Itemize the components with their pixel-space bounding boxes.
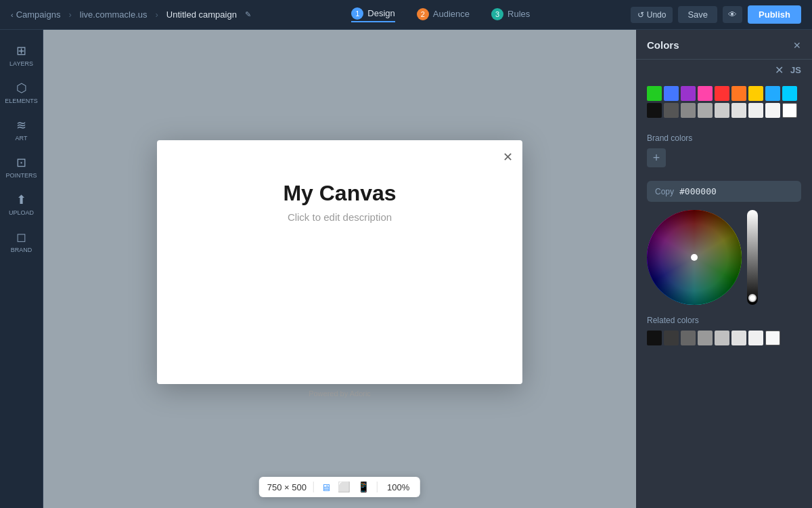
powered-by-label: Powered by Adoric	[309, 389, 371, 398]
modal-close-button[interactable]: ✕	[503, 150, 513, 165]
swatch-yellow[interactable]	[748, 86, 763, 101]
canvas-description[interactable]: Click to edit description	[288, 211, 392, 223]
save-button[interactable]: Save	[678, 6, 717, 23]
nav-actions: ↺ Undo Save 👁 Publish	[631, 5, 801, 24]
layers-label: LAYERS	[9, 60, 33, 67]
brand-colors-section: Brand colors +	[636, 128, 812, 175]
sidebar-item-layers[interactable]: ⊞ LAYERS	[3, 38, 41, 72]
canvas-area: ✕ My Canvas Click to edit description Po…	[43, 30, 636, 508]
campaigns-link[interactable]: Campaigns	[16, 9, 61, 20]
bottom-bar: 750 × 500 🖥 ⬜ 📱 100%	[259, 477, 420, 497]
color-wheel[interactable]	[647, 210, 742, 305]
swatch-medgray[interactable]	[698, 103, 713, 118]
preview-button[interactable]: 👁	[723, 6, 742, 23]
nav-separator-1: ›	[68, 9, 71, 20]
sidebar-item-art[interactable]: ≋ ART	[3, 112, 41, 147]
canvas-title[interactable]: My Canvas	[283, 181, 396, 206]
desktop-device-icon[interactable]: 🖥	[321, 482, 331, 493]
panel-title: Colors	[647, 39, 679, 51]
nav-separator-2: ›	[155, 9, 158, 20]
sidebar-item-brand[interactable]: ◻ BRAND	[3, 224, 41, 259]
js-icon-button[interactable]: JS	[790, 64, 801, 77]
art-label: ART	[16, 135, 28, 142]
related-swatch-1[interactable]	[647, 331, 662, 345]
color-picker-section: Copy	[636, 175, 812, 310]
swatch-pink[interactable]	[698, 86, 713, 101]
divider-2	[377, 482, 378, 492]
swatch-darkgray[interactable]	[664, 103, 679, 118]
step-design[interactable]: 1 Design	[351, 7, 394, 22]
upload-icon: ⬆	[16, 192, 26, 207]
tablet-device-icon[interactable]: ⬜	[338, 481, 351, 493]
divider-1	[313, 482, 314, 492]
step-rules[interactable]: 3 Rules	[491, 8, 530, 22]
color-input-row: Copy	[647, 181, 801, 202]
palette-row-1	[647, 86, 801, 101]
related-swatch-8[interactable]	[765, 331, 780, 345]
back-to-campaigns[interactable]: ‹ Campaigns	[11, 9, 60, 20]
add-brand-color-button[interactable]: +	[647, 148, 666, 167]
related-swatch-2[interactable]	[664, 331, 679, 345]
step-audience[interactable]: 2 Audience	[417, 8, 470, 22]
x-icon-button[interactable]: ✕	[775, 64, 784, 77]
swatch-purple[interactable]	[681, 86, 696, 101]
swatch-lightgray[interactable]	[715, 103, 729, 118]
step1-label: Design	[367, 8, 394, 18]
brand-label: BRAND	[11, 247, 32, 253]
step3-label: Rules	[508, 9, 530, 19]
swatch-nearwhite[interactable]	[765, 103, 780, 118]
undo-button[interactable]: ↺ Undo	[631, 7, 673, 23]
swatch-lightblue[interactable]	[765, 86, 780, 101]
modal-wrapper: ✕ My Canvas Click to edit description Po…	[157, 140, 522, 398]
related-swatch-7[interactable]	[748, 331, 763, 345]
upload-label: UPLOAD	[9, 209, 34, 216]
nav-steps: 1 Design 2 Audience 3 Rules	[256, 7, 625, 22]
related-swatch-3[interactable]	[681, 331, 696, 345]
top-navigation: ‹ Campaigns › live.commacle.us › Untitle…	[0, 0, 812, 30]
step1-num: 1	[351, 7, 363, 20]
pointers-icon: ⊡	[16, 155, 26, 170]
panel-header: Colors ✕	[636, 30, 812, 60]
swatch-offwhite1[interactable]	[731, 103, 746, 118]
swatch-blue[interactable]	[664, 86, 679, 101]
panel-close-button[interactable]: ✕	[793, 40, 801, 51]
campaign-name[interactable]: Untitled campaign	[166, 9, 237, 20]
domain-breadcrumb[interactable]: live.commacle.us	[80, 9, 148, 20]
related-swatch-6[interactable]	[731, 331, 746, 345]
main-layout: ⊞ LAYERS ⬡ ELEMENTS ≋ ART ⊡ POINTERS ⬆ U…	[0, 30, 812, 508]
related-colors-section: Related colors	[636, 310, 812, 356]
color-wheel-cursor	[691, 254, 698, 261]
zoom-level: 100%	[384, 482, 412, 492]
swatch-cyan[interactable]	[782, 86, 797, 101]
canvas-modal: ✕ My Canvas Click to edit description	[157, 140, 522, 384]
swatch-orange[interactable]	[731, 86, 746, 101]
step2-num: 2	[417, 8, 429, 20]
step2-label: Audience	[433, 9, 470, 19]
related-colors-label: Related colors	[647, 316, 801, 325]
canvas-dimensions: 750 × 500	[267, 482, 307, 492]
sidebar-item-pointers[interactable]: ⊡ POINTERS	[3, 150, 41, 184]
related-swatch-4[interactable]	[698, 331, 713, 345]
elements-label: ELEMENTS	[5, 98, 38, 104]
layers-icon: ⊞	[16, 43, 26, 58]
sidebar-item-upload[interactable]: ⬆ UPLOAD	[3, 187, 41, 221]
brightness-slider[interactable]	[747, 210, 758, 305]
related-colors-row	[647, 331, 801, 345]
swatch-black[interactable]	[647, 103, 662, 118]
hex-input[interactable]	[679, 186, 794, 196]
edit-campaign-icon[interactable]: ✎	[245, 10, 251, 19]
swatch-gray[interactable]	[681, 103, 696, 118]
brand-icon: ◻	[16, 230, 26, 245]
undo-icon: ↺	[637, 10, 644, 20]
mobile-device-icon[interactable]: 📱	[357, 481, 370, 493]
swatch-offwhite2[interactable]	[748, 103, 763, 118]
sidebar-item-elements[interactable]: ⬡ ELEMENTS	[3, 75, 41, 110]
copy-hex-button[interactable]: Copy	[655, 187, 674, 196]
canvas-body	[184, 223, 495, 357]
pointers-label: POINTERS	[5, 172, 37, 179]
swatch-green[interactable]	[647, 86, 662, 101]
swatch-white[interactable]	[782, 103, 797, 118]
related-swatch-5[interactable]	[715, 331, 729, 345]
publish-button[interactable]: Publish	[748, 5, 801, 24]
swatch-red[interactable]	[715, 86, 729, 101]
